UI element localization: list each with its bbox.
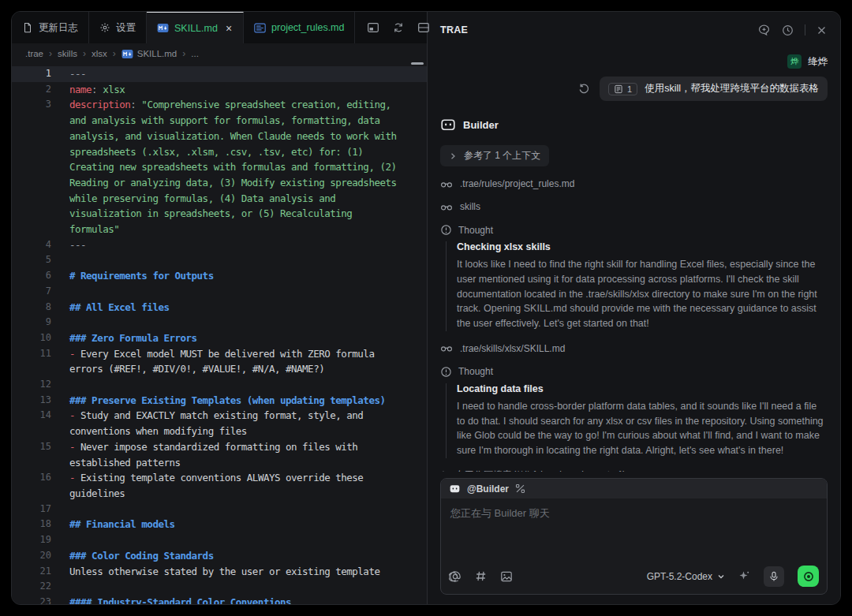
input-toolbar: GPT-5.2-Codex [441, 560, 827, 594]
code-line[interactable]: 6# Requirements for Outputs [12, 268, 427, 284]
image-icon[interactable] [500, 570, 513, 583]
tab-更新日志[interactable]: 更新日志 [12, 12, 89, 43]
context-file-row[interactable]: skills [440, 201, 828, 212]
code-line[interactable]: 1--- [12, 66, 427, 82]
robot-icon [449, 483, 461, 495]
markdown-icon [121, 49, 133, 59]
stop-generation-button[interactable] [798, 566, 819, 587]
user-message-bubble[interactable]: 1 使用skill，帮我处理跨境平台的数据表格 [600, 77, 828, 101]
new-chat-icon[interactable] [757, 24, 771, 37]
code-editor[interactable]: 1---2name: xlsx3description: "Comprehens… [12, 64, 427, 604]
line-number: 14 [12, 408, 51, 439]
mention-icon[interactable] [449, 570, 462, 583]
line-number: 20 [12, 548, 51, 564]
code-line[interactable]: 5 [12, 252, 427, 268]
code-line[interactable]: 2name: xlsx [12, 82, 427, 98]
line-number: 3 [12, 97, 51, 237]
breadcrumb-item[interactable]: xlsx [92, 49, 107, 58]
editor-tab-bar: 更新日志设置SKILL.md×project_rules.md [12, 12, 427, 43]
line-content: ### Color Coding Standards [51, 548, 427, 564]
microphone-button[interactable] [764, 566, 784, 587]
line-content: - Every Excel model MUST be delivered wi… [51, 346, 427, 377]
code-line[interactable]: 20### Color Coding Standards [12, 548, 427, 564]
agent-name: Builder [463, 119, 499, 131]
code-line[interactable]: 15- Never impose standardized formatting… [12, 439, 427, 470]
thought-label: Thought [458, 225, 493, 236]
editor-scrollbar-thumb[interactable] [411, 62, 424, 65]
breadcrumb-item[interactable]: SKILL.md [121, 49, 178, 59]
tab-project_rules.md[interactable]: project_rules.md [244, 12, 355, 43]
split-editor-icon[interactable] [417, 21, 430, 34]
context-file-row[interactable]: .trae/rules/project_rules.md [440, 178, 828, 189]
code-line[interactable]: 21Unless otherwise stated by the user or… [12, 564, 427, 580]
auto-sparkle-icon[interactable] [738, 570, 750, 582]
breadcrumb-item[interactable]: ... [191, 49, 199, 58]
thought-header[interactable]: Thought [440, 366, 828, 378]
chat-panel: TRAE 烨 [427, 12, 840, 604]
open-preview-icon[interactable] [367, 21, 379, 34]
code-line[interactable]: 8## All Excel files [12, 300, 427, 315]
workspace-search-row[interactable]: 在工作区搜索 '**/*.{xlsx,xlsm,xls,csv,tsv}' [440, 469, 828, 472]
file-path: .trae/skills/xlsx/SKILL.md [460, 343, 565, 354]
line-number: 22 [12, 579, 51, 595]
open-changes-icon[interactable] [392, 21, 405, 34]
code-line[interactable]: 22 [12, 579, 427, 595]
code-line[interactable]: 11- Every Excel model MUST be delivered … [12, 346, 427, 377]
code-line[interactable]: 19 [12, 532, 427, 548]
code-line[interactable]: 12 [12, 377, 427, 393]
code-line[interactable]: 10### Zero Formula Errors [12, 330, 427, 346]
restore-checkpoint-icon[interactable] [578, 83, 590, 95]
line-number: 5 [12, 252, 51, 268]
context-count-badge[interactable]: 1 [608, 83, 637, 95]
line-content [51, 284, 427, 300]
thought-header[interactable]: Thought [440, 224, 828, 236]
code-line[interactable]: 3description: "Comprehensive spreadsheet… [12, 97, 427, 237]
breadcrumb[interactable]: .trae›skills›xlsx›SKILL.md›... [12, 43, 427, 64]
chat-message-area[interactable]: 烨 绛烨 1 使用skill，帮我处理跨境平台的数 [428, 48, 840, 472]
breadcrumb-item[interactable]: .trae [25, 49, 43, 58]
line-content: description: "Comprehensive spreadsheet … [51, 97, 427, 237]
close-panel-icon[interactable] [816, 24, 828, 36]
code-line[interactable]: 7 [12, 284, 427, 300]
code-line[interactable]: 16- Existing template conventions ALWAYS… [12, 470, 427, 501]
glasses-icon [440, 179, 453, 189]
header-divider [805, 24, 805, 35]
code-line[interactable]: 4--- [12, 237, 427, 253]
microphone-icon [768, 571, 779, 582]
user-name: 绛烨 [808, 55, 828, 69]
line-number: 15 [12, 439, 51, 470]
file-path: .trae/rules/project_rules.md [460, 178, 574, 189]
more-actions-icon[interactable] [443, 21, 455, 34]
thought-title: Checking xlsx skills [457, 241, 828, 252]
hash-icon[interactable] [475, 570, 487, 582]
input-agent-bar[interactable]: @Builder [441, 479, 827, 498]
history-icon[interactable] [781, 24, 794, 37]
code-line[interactable]: 14- Study and EXACTLY match existing for… [12, 408, 427, 439]
line-content: ### Preserve Existing Templates (when up… [51, 393, 427, 409]
context-file-row[interactable]: .trae/skills/xlsx/SKILL.md [440, 343, 828, 354]
model-selector[interactable]: GPT-5.2-Codex [647, 571, 725, 582]
code-line[interactable]: 18## Financial models [12, 517, 427, 532]
breadcrumb-separator: › [182, 48, 185, 59]
chat-header: TRAE [428, 12, 840, 48]
code-line[interactable]: 23#### Industry-Standard Color Conventio… [12, 595, 427, 604]
tab-设置[interactable]: 设置 [89, 12, 147, 43]
tab-SKILL.md[interactable]: SKILL.md× [147, 12, 244, 43]
code-line[interactable]: 9 [12, 315, 427, 330]
line-content [51, 532, 427, 548]
code-line[interactable]: 13### Preserve Existing Templates (when … [12, 393, 427, 409]
line-content: - Never impose standardized formatting o… [51, 439, 427, 470]
switch-agent-icon[interactable] [515, 483, 525, 494]
line-number: 9 [12, 315, 51, 330]
line-content [51, 315, 427, 330]
code-line[interactable]: 17 [12, 502, 427, 517]
thought-block: ThoughtLocating data filesI need to hand… [440, 366, 828, 458]
close-tab-icon[interactable]: × [225, 22, 233, 35]
referenced-context-toggle[interactable]: 参考了 1 个上下文 [440, 145, 549, 166]
line-content: - Study and EXACTLY match existing forma… [51, 408, 427, 439]
line-number: 4 [12, 237, 51, 253]
breadcrumb-item[interactable]: skills [58, 49, 77, 58]
glasses-icon [440, 202, 453, 212]
line-number: 13 [12, 393, 51, 409]
chat-input[interactable]: 您正在与 Builder 聊天 [441, 498, 827, 560]
